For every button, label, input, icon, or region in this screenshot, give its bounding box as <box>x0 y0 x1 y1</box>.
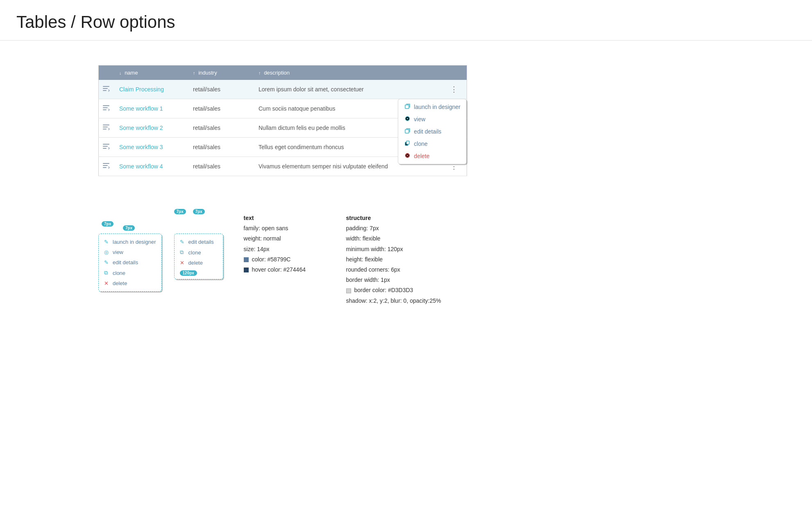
spec-hover-color: hover color: #274464 <box>244 265 326 275</box>
menu-annotated-full: 7px 7px ✎ launch in designer ◎ view ✎ ed… <box>98 221 162 292</box>
spec-width: width: flexible <box>346 234 461 244</box>
menu-item-clone[interactable]: ⧉ clone <box>102 268 159 278</box>
badge-7px-tl2: 7px <box>123 225 135 231</box>
svg-rect-5 <box>406 141 409 144</box>
edit-menu-icon <box>404 128 411 135</box>
col-icon <box>99 66 114 80</box>
color-swatch-hover <box>244 268 249 272</box>
page-header: Tables / Row options <box>0 0 812 41</box>
menu-item-delete2[interactable]: ✕ delete <box>177 258 220 268</box>
sort-arrow-name: ↓ <box>119 70 122 75</box>
launch-menu-icon <box>404 104 411 110</box>
table-header: ↓ name ↑ industry ↑ description <box>99 66 467 80</box>
delete-menu-label: delete <box>414 153 429 159</box>
row-workflow-icon <box>99 118 114 138</box>
menu-item-clone2[interactable]: ⧉ clone <box>177 247 220 258</box>
dropdown-item-view[interactable]: view <box>398 113 466 125</box>
spec-family: family: open sans <box>244 223 326 234</box>
row-workflow-icon <box>99 80 114 99</box>
row-action[interactable]: ⋮launch in designerviewedit detailsclone… <box>441 80 467 99</box>
row-name[interactable]: Some workflow 1 <box>113 99 187 118</box>
dropdown-item-delete[interactable]: delete <box>398 150 466 162</box>
launch-menu-label: launch in designer <box>414 104 460 110</box>
delete-menu-icon <box>404 153 411 159</box>
view-label: view <box>113 249 123 255</box>
edit2-icon: ✎ <box>180 239 186 245</box>
clone-menu-label: clone <box>414 141 427 147</box>
edit2-label: edit details <box>188 239 214 245</box>
row-name[interactable]: Some workflow 2 <box>113 118 187 138</box>
view-icon: ◎ <box>104 249 110 255</box>
page-title: Tables / Row options <box>16 12 796 32</box>
spec-border-width: border width: 1px <box>346 275 461 285</box>
row-description: Lorem ipsum dolor sit amet, consectetuer <box>253 80 441 99</box>
color-swatch-primary <box>244 257 249 262</box>
clone-icon: ⧉ <box>104 270 110 276</box>
spec-color: color: #58799C <box>244 254 326 265</box>
table-row: Claim Processingretail/salesLorem ipsum … <box>99 80 467 99</box>
dropdown-menu: launch in designerviewedit detailscloned… <box>398 99 467 164</box>
delete2-label: delete <box>188 260 203 266</box>
view-menu-icon <box>404 116 411 122</box>
spec-min-width: minimum width: 120px <box>346 244 461 254</box>
svg-rect-0 <box>405 105 409 109</box>
structure-specs: structure padding: 7px width: flexible m… <box>346 213 461 306</box>
badge-7px-tr2: 7px <box>193 209 205 214</box>
menu-item-launch[interactable]: ✎ launch in designer <box>102 237 159 247</box>
col-name[interactable]: ↓ name <box>113 66 187 80</box>
row-workflow-icon <box>99 157 114 176</box>
spec-padding: padding: 7px <box>346 223 461 234</box>
sort-arrow-industry: ↑ <box>193 70 195 75</box>
table-section: ↓ name ↑ industry ↑ description Claim Pr… <box>98 65 467 176</box>
badge-7px-tl: 7px <box>102 221 113 227</box>
clone-menu-icon <box>404 141 411 147</box>
spec-border-color: border color: #D3D3D3 <box>346 285 461 295</box>
edit-icon: ✎ <box>104 259 110 265</box>
menu-item-edit[interactable]: ✎ edit details <box>102 257 159 268</box>
row-name[interactable]: Claim Processing <box>113 80 187 99</box>
dropdown-item-launch[interactable]: launch in designer <box>398 101 466 113</box>
row-industry: retail/sales <box>187 138 253 157</box>
svg-rect-3 <box>405 129 409 133</box>
text-spec-label: text <box>244 215 254 221</box>
table-body: Claim Processingretail/salesLorem ipsum … <box>99 80 467 176</box>
specs-section: 7px 7px ✎ launch in designer ◎ view ✎ ed… <box>98 209 461 306</box>
svg-point-2 <box>406 118 408 120</box>
menu-item-view[interactable]: ◎ view <box>102 247 159 257</box>
view-menu-label: view <box>414 116 425 122</box>
col-description[interactable]: ↑ description <box>253 66 441 80</box>
menu-box-partial: ✎ edit details ⧉ clone ✕ delete 120px <box>174 234 223 279</box>
kebab-button[interactable]: ⋮ <box>447 84 461 95</box>
dropdown-item-clone[interactable]: clone <box>398 138 466 150</box>
row-name[interactable]: Some workflow 4 <box>113 157 187 176</box>
clone-label: clone <box>113 270 125 276</box>
spec-shadow: shadow: x:2, y:2, blur: 0, opacity:25% <box>346 296 461 306</box>
edit-label: edit details <box>113 259 138 265</box>
delete2-icon: ✕ <box>180 260 186 266</box>
menu-annotated-partial: 7px 7px ✎ edit details ⧉ clone ✕ delete <box>174 209 223 279</box>
spec-weight: weight: normal <box>244 234 326 244</box>
row-name[interactable]: Some workflow 3 <box>113 138 187 157</box>
delete-icon: ✕ <box>104 280 110 286</box>
row-industry: retail/sales <box>187 80 253 99</box>
row-workflow-icon <box>99 99 114 118</box>
col-industry[interactable]: ↑ industry <box>187 66 253 80</box>
sort-arrow-desc: ↑ <box>259 70 261 75</box>
edit-menu-label: edit details <box>414 128 441 135</box>
page-content: ↓ name ↑ industry ↑ description Claim Pr… <box>0 41 812 322</box>
menu-item-edit2[interactable]: ✎ edit details <box>177 237 220 247</box>
structure-spec-label: structure <box>346 215 371 221</box>
menu-item-delete[interactable]: ✕ delete <box>102 278 159 288</box>
spec-height: height: flexible <box>346 254 461 265</box>
row-workflow-icon <box>99 138 114 157</box>
menu-box-full: ✎ launch in designer ◎ view ✎ edit detai… <box>98 234 162 292</box>
row-industry: retail/sales <box>187 118 253 138</box>
clone2-icon: ⧉ <box>180 249 186 256</box>
row-industry: retail/sales <box>187 157 253 176</box>
launch-label: launch in designer <box>113 239 156 245</box>
dropdown-item-edit[interactable]: edit details <box>398 125 466 138</box>
text-specs: text family: open sans weight: normal si… <box>244 213 326 275</box>
spec-rounded: rounded corners: 6px <box>346 265 461 275</box>
col-action <box>441 66 467 80</box>
spec-size: size: 14px <box>244 244 326 254</box>
